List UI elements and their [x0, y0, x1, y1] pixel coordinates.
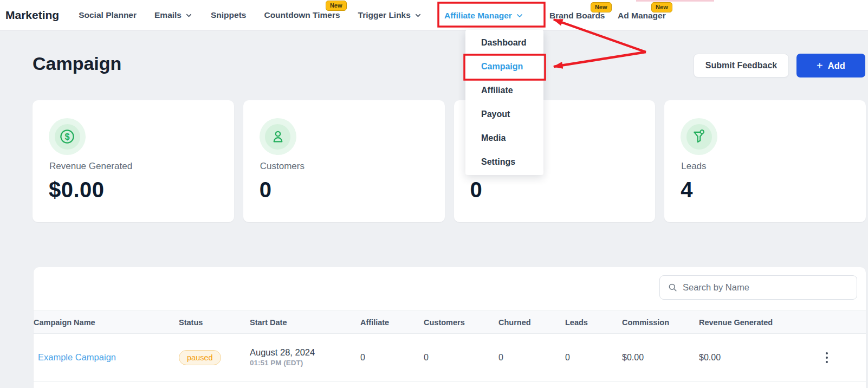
start-date: August 28, 2024	[250, 347, 360, 358]
start-time: 01:51 PM (EDT)	[250, 358, 360, 368]
column-header: Campaign Name	[34, 311, 179, 334]
top-navigation: Marketing Social Planner Emails Snippets…	[0, 0, 868, 31]
nav-item-social-planner[interactable]: Social Planner	[79, 10, 137, 20]
dropdown-item-affiliate[interactable]: Affiliate	[465, 79, 543, 102]
search-icon	[668, 282, 678, 293]
add-button[interactable]: + Add	[796, 54, 865, 77]
column-header: Affiliate	[360, 311, 424, 334]
stat-card-revenue: $ Revenue Generated $0.00	[33, 100, 234, 222]
column-header: Status	[179, 311, 250, 334]
stat-label: Leads	[681, 161, 706, 172]
stat-value: 0	[260, 178, 272, 202]
stat-card-customers: Customers 0	[243, 100, 445, 222]
campaigns-table: Campaign Name Status Start Date Affiliat…	[34, 311, 866, 381]
page-title: Campaign	[33, 53, 121, 74]
nav-item-emails[interactable]: Emails	[154, 10, 193, 20]
plus-icon: +	[817, 60, 823, 71]
churned-count: 0	[498, 334, 565, 381]
stat-label: Revenue Generated	[49, 161, 132, 172]
customers-count: 0	[424, 334, 498, 381]
column-header: Churned	[498, 311, 565, 334]
nav-brand-title: Marketing	[5, 9, 59, 22]
submit-feedback-button[interactable]: Submit Feedback	[694, 54, 789, 77]
table-header-row: Campaign Name Status Start Date Affiliat…	[34, 311, 866, 334]
affiliate-manager-dropdown: Dashboard Campaign Affiliate Payout Medi…	[465, 30, 543, 175]
table-row: Example Campaign paused August 28, 2024 …	[34, 334, 866, 381]
nav-item-brand-boards[interactable]: Brand Boards New	[549, 0, 605, 31]
stat-value: 0	[470, 178, 483, 202]
nav-item-ad-manager[interactable]: Ad Manager New	[618, 0, 666, 31]
nav-item-affiliate-manager[interactable]: Affiliate Manager	[444, 0, 524, 31]
stat-value: 4	[681, 178, 693, 202]
dropdown-item-payout[interactable]: Payout	[465, 102, 543, 126]
dropdown-item-dashboard[interactable]: Dashboard	[465, 31, 543, 55]
new-badge: New	[591, 2, 612, 12]
new-badge: New	[326, 1, 347, 11]
commission-value: $0.00	[622, 334, 699, 381]
stat-card-leads: Leads 4	[664, 100, 866, 222]
campaign-table-card: Campaign Name Status Start Date Affiliat…	[34, 267, 866, 388]
status-badge: paused	[179, 350, 221, 365]
column-header: Leads	[565, 311, 622, 334]
dollar-circle-icon: $	[49, 118, 86, 155]
nav-item-trigger-links[interactable]: Trigger Links	[358, 10, 422, 20]
new-badge: New	[651, 2, 672, 12]
column-header: Commission	[622, 311, 699, 334]
leads-count: 0	[565, 334, 622, 381]
dropdown-item-media[interactable]: Media	[465, 126, 543, 150]
nav-item-snippets[interactable]: Snippets	[211, 10, 246, 20]
search-input[interactable]	[683, 282, 849, 293]
chevron-down-icon	[185, 11, 193, 20]
column-header-actions	[815, 311, 866, 334]
column-header: Start Date	[250, 311, 360, 334]
page-header: Campaign Submit Feedback + Add	[0, 31, 868, 90]
chevron-down-icon	[414, 11, 422, 20]
stats-row: $ Revenue Generated $0.00 Customers 0 0	[33, 100, 866, 222]
dropdown-item-settings[interactable]: Settings	[465, 150, 543, 174]
stat-label: Customers	[260, 161, 305, 172]
search-box[interactable]	[659, 275, 857, 300]
chevron-down-icon	[515, 11, 524, 20]
affiliate-count: 0	[360, 334, 424, 381]
funnel-icon	[681, 118, 717, 155]
column-header: Revenue Generated	[699, 311, 815, 334]
revenue-value: $0.00	[699, 334, 815, 381]
campaign-name-link[interactable]: Example Campaign	[34, 352, 116, 362]
row-actions-kebab-icon[interactable]	[822, 351, 832, 365]
column-header: Customers	[424, 311, 498, 334]
nav-item-countdown-timers[interactable]: Countdown Timers New	[264, 10, 340, 20]
dropdown-item-campaign[interactable]: Campaign	[465, 55, 543, 79]
person-icon	[260, 118, 296, 155]
svg-text:$: $	[64, 132, 69, 141]
stat-value: $0.00	[49, 178, 105, 202]
